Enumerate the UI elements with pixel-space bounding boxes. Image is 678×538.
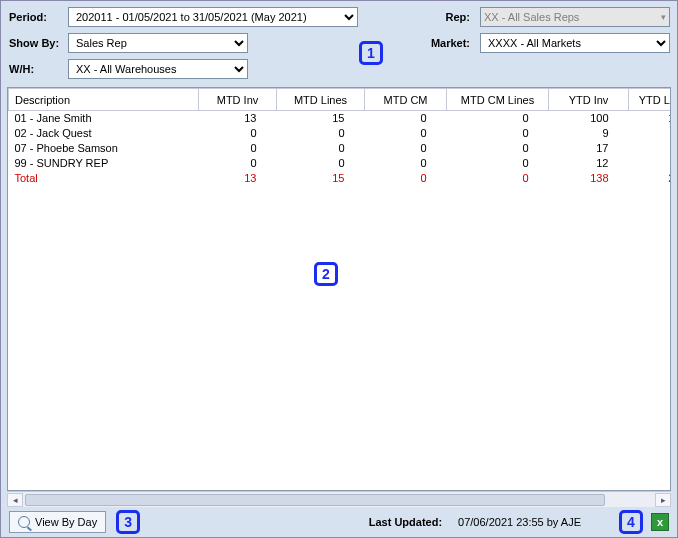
cell-value: 0 [277,141,365,156]
cell-value: 9 [549,126,629,141]
col-mtd-inv[interactable]: MTD Inv [199,89,277,111]
col-ytd-lines[interactable]: YTD Lin [629,89,672,111]
table-row[interactable]: Total131500138242 [9,171,672,186]
col-description[interactable]: Description [9,89,199,111]
cell-description: 07 - Phoebe Samson [9,141,199,156]
col-mtd-lines[interactable]: MTD Lines [277,89,365,111]
data-table-area: Description MTD Inv MTD Lines MTD CM MTD… [7,87,671,491]
cell-value: 0 [199,156,277,171]
cell-value: 0 [277,126,365,141]
filter-panel: Period: 202011 - 01/05/2021 to 31/05/202… [1,1,677,87]
cell-value: 0 [365,111,447,126]
export-excel-button[interactable]: x [651,513,669,531]
footer-bar: View By Day 3 Last Updated: 07/06/2021 2… [1,507,677,537]
cell-value: 0 [447,141,549,156]
cell-value: 15 [277,171,365,186]
cell-value: 16 [629,156,672,171]
scroll-thumb[interactable] [25,494,605,506]
view-by-day-button[interactable]: View By Day [9,511,106,533]
rep-label: Rep: [396,11,476,23]
rep-select: XX - All Sales Reps▾ [480,7,670,27]
last-updated-label: Last Updated: [369,516,442,528]
cell-value: 12 [629,126,672,141]
market-select[interactable]: XXXX - All Markets [480,33,670,53]
col-mtd-cm-lines[interactable]: MTD CM Lines [447,89,549,111]
cell-value: 0 [365,156,447,171]
wh-label: W/H: [9,63,64,75]
scroll-left-arrow[interactable]: ◂ [7,493,23,507]
cell-value: 0 [447,111,549,126]
cell-value: 0 [199,141,277,156]
cell-value: 0 [277,156,365,171]
cell-description: 99 - SUNDRY REP [9,156,199,171]
data-table: Description MTD Inv MTD Lines MTD CM MTD… [8,88,671,186]
col-ytd-inv[interactable]: YTD Inv [549,89,629,111]
cell-description: 02 - Jack Quest [9,126,199,141]
cell-value: 0 [447,156,549,171]
excel-icon: x [657,516,663,528]
view-by-day-label: View By Day [35,516,97,528]
cell-value: 0 [447,126,549,141]
cell-value: 0 [365,171,447,186]
callout-badge-4: 4 [619,510,643,534]
scroll-right-arrow[interactable]: ▸ [655,493,671,507]
table-row[interactable]: 07 - Phoebe Samson00001733 [9,141,672,156]
table-row[interactable]: 01 - Jane Smith131500100181 [9,111,672,126]
wh-select[interactable]: XX - All Warehouses [68,59,248,79]
table-header-row: Description MTD Inv MTD Lines MTD CM MTD… [9,89,672,111]
cell-value: 100 [549,111,629,126]
cell-value: 33 [629,141,672,156]
cell-value: 0 [365,126,447,141]
horizontal-scrollbar[interactable]: ◂ ▸ [7,491,671,507]
cell-value: 17 [549,141,629,156]
cell-value: 0 [365,141,447,156]
magnifier-icon [18,516,30,528]
cell-value: 15 [277,111,365,126]
cell-value: 13 [199,111,277,126]
table-row[interactable]: 99 - SUNDRY REP00001216 [9,156,672,171]
period-label: Period: [9,11,64,23]
callout-badge-2: 2 [314,262,338,286]
showby-label: Show By: [9,37,64,49]
cell-value: 0 [447,171,549,186]
callout-badge-3: 3 [116,510,140,534]
cell-value: 242 [629,171,672,186]
cell-value: 0 [199,126,277,141]
cell-description: 01 - Jane Smith [9,111,199,126]
cell-value: 138 [549,171,629,186]
period-select[interactable]: 202011 - 01/05/2021 to 31/05/2021 (May 2… [68,7,358,27]
showby-select[interactable]: Sales Rep [68,33,248,53]
table-row[interactable]: 02 - Jack Quest0000912 [9,126,672,141]
cell-value: 13 [199,171,277,186]
scroll-track[interactable] [23,493,655,507]
cell-description: Total [9,171,199,186]
col-mtd-cm[interactable]: MTD CM [365,89,447,111]
cell-value: 181 [629,111,672,126]
cell-value: 12 [549,156,629,171]
market-label: Market: [396,37,476,49]
last-updated-value: 07/06/2021 23:55 by AJE [458,516,581,528]
